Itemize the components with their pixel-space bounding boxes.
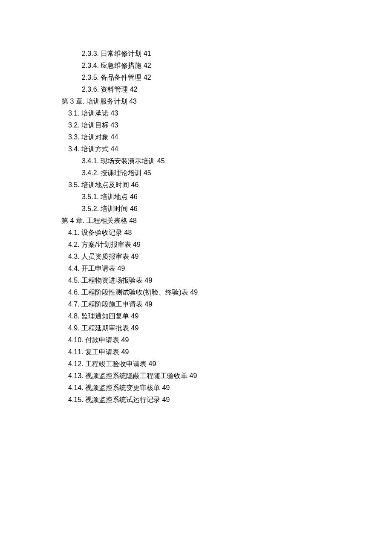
toc-entry: 3.5. 培训地点及时间 46 — [61, 179, 392, 191]
toc-entry: 2.3.3. 日常维修计划 41 — [61, 48, 392, 60]
toc-entry: 4.9. 工程延期审批表 49 — [61, 322, 392, 334]
toc-entry: 3.3. 培训对象 44 — [61, 131, 392, 143]
toc-entry: 4.14. 视频监控系统变更审核单 49 — [61, 382, 392, 394]
toc-entry: 4.6. 工程阶段性测试验收(初验、终验)表 49 — [61, 286, 392, 298]
toc-entry: 4.11. 复工申请表 49 — [61, 346, 392, 358]
toc-entry: 4.10. 付款申请表 49 — [61, 334, 392, 346]
toc-entry: 3.5.1. 培训地点 46 — [61, 191, 392, 203]
toc-entry: 4.13. 视频监控系统隐蔽工程随工验收单 49 — [61, 370, 392, 382]
toc-entry: 4.3. 人员资质报审表 49 — [61, 251, 392, 263]
toc-entry: 3.4. 培训方式 44 — [61, 143, 392, 155]
toc-entry: 2.3.6. 资料管理 42 — [61, 84, 392, 95]
toc-entry: 2.3.4. 应急维修措施 42 — [61, 60, 392, 72]
toc-entry: 4.1. 设备验收记录 48 — [61, 227, 392, 239]
toc-entry: 3.4.2. 授课理论培训 45 — [61, 167, 392, 179]
toc-entry: 4.4. 开工申请表 49 — [61, 263, 392, 275]
toc-entry: 4.5. 工程物资进场报验表 49 — [61, 275, 392, 286]
toc-entry: 3.4.1. 现场安装演示培训 45 — [61, 155, 392, 167]
toc-entry: 4.2. 方案/计划报审表 49 — [61, 239, 392, 251]
toc-entry: 第 3 章. 培训服务计划 43 — [61, 95, 392, 107]
toc-entry: 3.1. 培训承诺 43 — [61, 107, 392, 119]
toc-entry: 4.8. 监理通知回复单 49 — [61, 310, 392, 322]
toc-entry: 3.5.2. 培训时间 46 — [61, 203, 392, 215]
toc-entry: 4.12. 工程竣工验收申请表 49 — [61, 358, 392, 370]
toc-entry: 2.3.5. 备品备件管理 42 — [61, 72, 392, 84]
table-of-contents: 2.3.3. 日常维修计划 412.3.4. 应急维修措施 422.3.5. 备… — [61, 48, 392, 406]
toc-entry: 3.2. 培训目标 43 — [61, 119, 392, 131]
toc-entry: 第 4 章. 工程相关表格 48 — [61, 215, 392, 227]
toc-entry: 4.7. 工程阶段施工申请表 49 — [61, 298, 392, 310]
toc-entry: 4.15. 视频监控系统试运行记录 49 — [61, 394, 392, 406]
